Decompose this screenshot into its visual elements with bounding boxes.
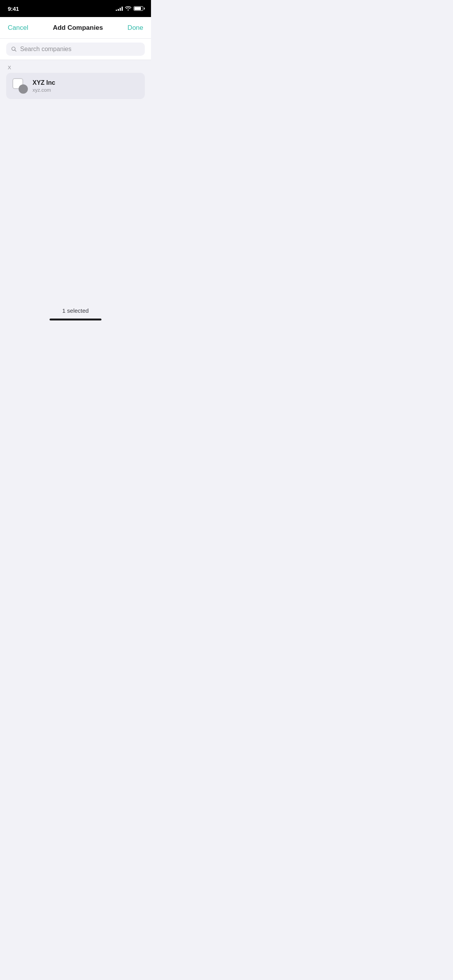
status-time: 9:41 — [8, 5, 19, 12]
svg-line-1 — [15, 50, 16, 51]
status-icons — [116, 6, 143, 12]
search-icon — [11, 46, 17, 52]
search-input[interactable] — [20, 46, 140, 53]
wifi-icon — [125, 6, 131, 12]
search-input-wrapper — [6, 43, 145, 56]
content-area — [0, 99, 151, 327]
battery-icon — [134, 6, 143, 11]
company-info: XYZ Inc xyz.com — [33, 79, 139, 93]
list-item[interactable]: XYZ Inc xyz.com — [6, 73, 145, 99]
search-container — [0, 39, 151, 60]
battery-fill — [134, 7, 141, 10]
cancel-button[interactable]: Cancel — [8, 24, 28, 32]
nav-header: Cancel Add Companies Done — [0, 17, 151, 39]
avatar — [19, 84, 28, 94]
company-list: XYZ Inc xyz.com — [6, 73, 145, 99]
home-indicator — [50, 319, 101, 320]
status-bar: 9:41 — [0, 0, 151, 17]
selected-count: 1 selected — [0, 301, 151, 319]
done-button[interactable]: Done — [127, 24, 143, 32]
company-domain: xyz.com — [33, 87, 139, 93]
company-name: XYZ Inc — [33, 79, 139, 86]
page-title: Add Companies — [53, 24, 103, 32]
section-header: X — [0, 60, 151, 73]
bottom-area: 1 selected — [0, 301, 151, 327]
checkbox-avatar-wrapper — [12, 78, 28, 94]
signal-bars-icon — [116, 6, 123, 11]
